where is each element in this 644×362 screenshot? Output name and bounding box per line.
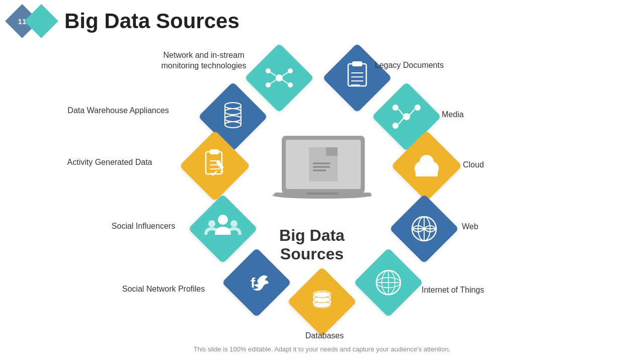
warehouse-label: Data Warehouse Appliances bbox=[65, 106, 171, 116]
databases-diamond-group bbox=[287, 267, 357, 337]
cloud-label: Cloud bbox=[463, 160, 484, 170]
legacy-diamond-group bbox=[323, 43, 392, 113]
social-influencers-label: Social Influencers bbox=[98, 221, 189, 232]
network-diamond-group bbox=[245, 43, 314, 113]
activity-label: Activity Generated Data bbox=[59, 157, 160, 168]
svg-point-50 bbox=[218, 215, 228, 225]
network-label: Network and in-stream monitoring technol… bbox=[153, 50, 254, 71]
iot-diamond-group bbox=[354, 248, 424, 318]
svg-point-47 bbox=[420, 155, 434, 169]
diagram-canvas: f bbox=[0, 0, 644, 362]
legacy-label: Legacy Documents bbox=[375, 60, 444, 71]
svg-text:f: f bbox=[251, 275, 256, 291]
laptop-doc-fold bbox=[326, 147, 338, 156]
social-network-label: Social Network Profiles bbox=[111, 284, 216, 295]
laptop-hinge bbox=[307, 193, 339, 195]
svg-point-29 bbox=[403, 113, 410, 120]
svg-point-52 bbox=[230, 220, 237, 227]
svg-point-30 bbox=[392, 105, 398, 111]
svg-rect-58 bbox=[222, 248, 292, 318]
svg-point-31 bbox=[415, 105, 421, 111]
web-diamond-group bbox=[389, 194, 459, 264]
media-label: Media bbox=[442, 110, 464, 120]
svg-rect-38 bbox=[210, 149, 219, 154]
web-label: Web bbox=[462, 222, 478, 232]
social-influencers-diamond-group bbox=[188, 194, 258, 264]
databases-label: Databases bbox=[289, 331, 360, 341]
footer: This slide is 100% editable. Adapt it to… bbox=[0, 345, 644, 353]
svg-point-32 bbox=[392, 123, 398, 129]
svg-rect-12 bbox=[352, 61, 362, 66]
svg-point-51 bbox=[208, 220, 215, 227]
svg-rect-48 bbox=[416, 168, 438, 176]
iot-label: Internet of Things bbox=[422, 285, 484, 296]
social-network-diamond-group: f bbox=[222, 248, 292, 318]
svg-rect-10 bbox=[323, 43, 392, 113]
svg-point-80 bbox=[313, 292, 331, 298]
